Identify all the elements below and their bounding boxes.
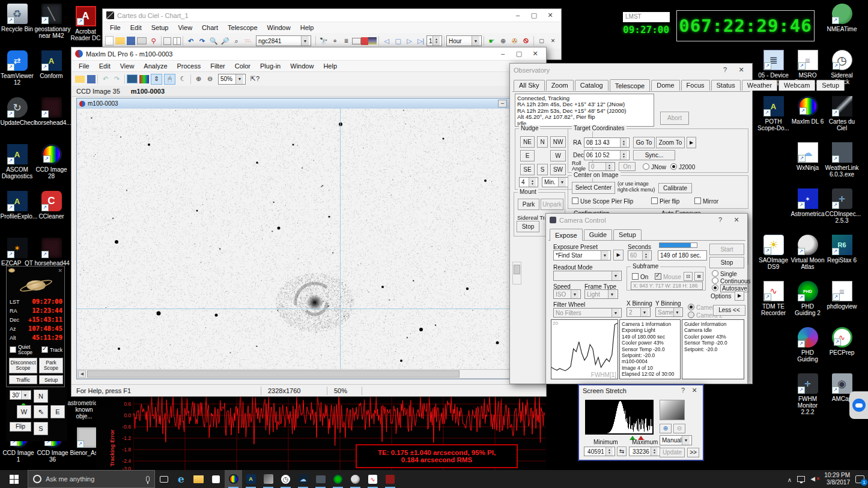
desktop-icon-teamviewer[interactable]: TeamViewer 12 bbox=[0, 48, 34, 95]
desktop-icon-conform[interactable]: Conform bbox=[34, 48, 68, 95]
menu-item[interactable]: Analyze bbox=[139, 61, 172, 71]
taskbar-task-view[interactable] bbox=[155, 470, 172, 488]
network-icon[interactable] bbox=[797, 476, 805, 482]
horizontal-scrollbar[interactable]: ◀ ▶ ◢ bbox=[77, 369, 544, 379]
time-stop-icon[interactable]: ▢ bbox=[392, 35, 404, 46]
desktop-icon-poth[interactable]: POTH Scope-Do... bbox=[756, 94, 791, 140]
desktop-icon-phd-guiding-2[interactable]: PHD Guiding 2 bbox=[791, 279, 825, 325]
tab-m100-0003[interactable]: m100-0003 bbox=[131, 88, 165, 95]
subframe-on-checkbox[interactable] bbox=[632, 273, 639, 280]
speed-select[interactable]: ISO bbox=[553, 289, 581, 299]
expose[interactable]: Expose bbox=[550, 229, 583, 241]
time-unit-select[interactable]: Hour bbox=[446, 35, 482, 46]
menu-item[interactable]: Edit bbox=[126, 23, 147, 32]
telescope-abort-icon[interactable]: 🛇 bbox=[520, 35, 532, 46]
preset-menu-button[interactable] bbox=[613, 250, 624, 261]
mdi-close-icon[interactable] bbox=[547, 35, 559, 46]
seconds-input[interactable]: 60 bbox=[628, 250, 652, 261]
scope-panel-titlebar[interactable]: ✕ bbox=[7, 267, 64, 274]
taskbar-weatherlink[interactable] bbox=[312, 470, 329, 488]
close-button[interactable] bbox=[528, 49, 542, 59]
position-pin-icon[interactable]: ⚲ bbox=[148, 35, 159, 46]
close-button[interactable] bbox=[734, 65, 748, 75]
update-button[interactable]: Update bbox=[660, 448, 685, 457]
webcam[interactable]: Webcam bbox=[778, 80, 815, 91]
nudge-amount-input[interactable]: 4 bbox=[519, 177, 538, 187]
calendar-icon[interactable] bbox=[361, 37, 368, 45]
nudge-nw-button[interactable]: NW bbox=[550, 136, 566, 148]
traffic-button[interactable]: Traffic bbox=[9, 375, 37, 384]
desktop-icon-phd-guiding[interactable]: PHD Guiding bbox=[791, 325, 825, 371]
pan-mode-icon[interactable]: ⇕ bbox=[151, 74, 162, 85]
less-button[interactable]: Less << bbox=[713, 305, 745, 316]
search-dropdown[interactable] bbox=[301, 36, 309, 46]
observatory-titlebar[interactable]: Observatory bbox=[510, 64, 752, 76]
ra-input[interactable]: 08 13 43 bbox=[584, 137, 630, 148]
park-button[interactable]: Park bbox=[518, 199, 539, 210]
guide[interactable]: Guide bbox=[584, 229, 612, 240]
mdi-restore-icon[interactable] bbox=[536, 35, 547, 46]
readout-mode-select[interactable] bbox=[553, 271, 622, 281]
park-scope-button[interactable]: Park Scope bbox=[39, 358, 63, 373]
track-stop-button[interactable]: Stop bbox=[517, 221, 539, 232]
autosave-radio[interactable] bbox=[712, 285, 718, 291]
open-icon[interactable] bbox=[115, 37, 125, 44]
help-button[interactable] bbox=[718, 65, 732, 75]
close-button[interactable] bbox=[729, 215, 744, 225]
menu-item[interactable]: File bbox=[105, 23, 126, 32]
camera-control-titlebar[interactable]: Camera Control bbox=[546, 214, 747, 226]
subframe-clear-button[interactable]: ⊠ bbox=[694, 272, 703, 281]
dome[interactable]: Dome bbox=[651, 80, 679, 91]
layers-icon[interactable] bbox=[368, 37, 377, 44]
zoom-level-select[interactable]: 50% bbox=[218, 74, 246, 85]
nudge-ne-button[interactable]: NE bbox=[520, 136, 535, 148]
time-step-spinner[interactable] bbox=[432, 36, 440, 46]
single-radio[interactable] bbox=[712, 270, 718, 277]
roll-on-button[interactable]: On bbox=[619, 162, 636, 171]
taskbar-cartes-du-ciel[interactable] bbox=[259, 470, 277, 488]
crosshair-mode-icon[interactable]: 🖰 bbox=[164, 74, 175, 85]
nudge-sw-button[interactable]: SW bbox=[550, 164, 566, 175]
abort-button[interactable]: Abort bbox=[660, 112, 689, 125]
desktop-icon-nmeatime[interactable]: NMEATime bbox=[825, 1, 859, 47]
microphone-icon[interactable] bbox=[146, 476, 150, 482]
catalog[interactable]: Catalog bbox=[575, 80, 609, 91]
move-range-select[interactable]: 30' bbox=[10, 390, 31, 400]
open-icon[interactable] bbox=[75, 76, 85, 83]
roll-angle-input[interactable]: 0 bbox=[589, 162, 615, 171]
time-step-input[interactable]: 1 bbox=[426, 35, 442, 46]
desktop-icon-empty[interactable] bbox=[756, 371, 791, 417]
desktop-icon-fwhm-monitor[interactable]: FWHM Monitor 2.2.2 bbox=[791, 371, 825, 417]
minimize-button[interactable] bbox=[511, 11, 525, 20]
screen-stretch-icon[interactable] bbox=[127, 74, 138, 83]
menu-item[interactable]: Color bbox=[230, 61, 255, 71]
goto-button[interactable]: Go To bbox=[633, 137, 655, 148]
taskbar-edge[interactable] bbox=[172, 470, 190, 488]
telescope[interactable]: Telescope bbox=[610, 79, 651, 91]
menu-item[interactable]: Chart bbox=[197, 23, 223, 32]
maxim-titlebar[interactable]: MaxIm DL Pro 6 - m100-0003 bbox=[71, 47, 546, 60]
j2000-radio[interactable] bbox=[670, 163, 677, 170]
scroll-thumb[interactable] bbox=[87, 370, 460, 378]
swap-button[interactable]: ⇆ bbox=[617, 447, 627, 456]
subframe-mouse-checkbox[interactable] bbox=[655, 273, 661, 280]
desktop-icon-pecprep[interactable]: PECPrep bbox=[825, 325, 859, 371]
object-list-icon[interactable]: ≣ bbox=[341, 35, 352, 46]
desktop-icon-saoimage-ds9[interactable]: SAOImage DS9 bbox=[756, 232, 791, 279]
setup[interactable]: Setup bbox=[816, 80, 845, 91]
setup[interactable]: Setup bbox=[613, 229, 642, 240]
desktop-icon-wxninja[interactable]: WxNinja bbox=[791, 140, 825, 186]
focus[interactable]: Focus bbox=[681, 80, 710, 91]
hidden-scrollbar[interactable] bbox=[512, 262, 521, 285]
camera2-radio[interactable] bbox=[688, 312, 694, 318]
filter-wheel-select[interactable]: No Filters bbox=[553, 308, 622, 318]
telescope-connect-icon[interactable]: ☛ bbox=[486, 35, 497, 46]
menu-item[interactable]: Filter bbox=[205, 61, 229, 71]
child-titlebar[interactable]: m100-0003 – bbox=[77, 98, 543, 109]
taskbar-virtual-moon[interactable] bbox=[347, 470, 364, 488]
histogram-icon[interactable] bbox=[139, 75, 149, 83]
desktop-icon-virtual-moon-atlas[interactable]: Virtual Moon Atlas bbox=[791, 232, 825, 279]
nudge-e-button[interactable]: E bbox=[520, 150, 535, 161]
menu-item[interactable]: Window bbox=[285, 61, 318, 71]
time-back-icon[interactable]: ◁ bbox=[381, 35, 392, 46]
